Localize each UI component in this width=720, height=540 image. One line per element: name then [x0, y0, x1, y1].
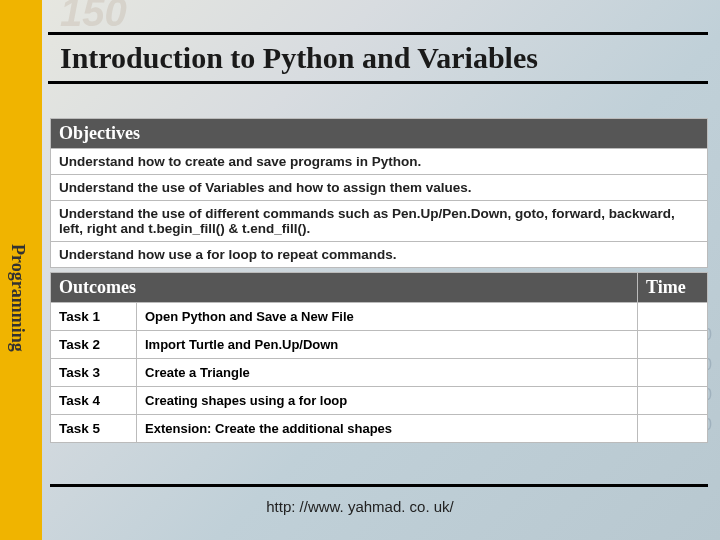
table-row: Task 2 Import Turtle and Pen.Up/Down: [51, 331, 708, 359]
footer-url: http: //www. yahmad. co. uk/: [0, 498, 720, 515]
objective-item: Understand how to create and save progra…: [51, 149, 708, 175]
objective-item: Understand the use of Variables and how …: [51, 175, 708, 201]
table-row: Task 5 Extension: Create the additional …: [51, 415, 708, 443]
task-desc: Import Turtle and Pen.Up/Down: [137, 331, 638, 359]
content: Objectives Understand how to create and …: [50, 118, 708, 443]
task-time: [638, 331, 708, 359]
title-block: Introduction to Python and Variables: [48, 32, 708, 84]
task-id: Task 4: [51, 387, 137, 415]
outcomes-header: Outcomes: [51, 273, 638, 303]
task-desc: Create a Triangle: [137, 359, 638, 387]
page-title: Introduction to Python and Variables: [48, 37, 708, 77]
objectives-header: Objectives: [51, 119, 708, 149]
objective-item: Understand how use a for loop to repeat …: [51, 242, 708, 268]
task-desc: Extension: Create the additional shapes: [137, 415, 638, 443]
bg-watermark: 150: [60, 0, 127, 35]
task-time: [638, 303, 708, 331]
task-time: [638, 387, 708, 415]
sidebar-label: Programming: [6, 244, 28, 352]
objectives-table: Objectives Understand how to create and …: [50, 118, 708, 268]
table-row: Task 3 Create a Triangle: [51, 359, 708, 387]
task-id: Task 1: [51, 303, 137, 331]
task-id: Task 5: [51, 415, 137, 443]
slide: 150 150 100 50 0 Programming Introductio…: [0, 0, 720, 540]
divider: [50, 484, 708, 487]
task-id: Task 2: [51, 331, 137, 359]
time-header: Time: [638, 273, 708, 303]
task-desc: Open Python and Save a New File: [137, 303, 638, 331]
task-id: Task 3: [51, 359, 137, 387]
task-time: [638, 415, 708, 443]
outcomes-header-row: Outcomes Time: [51, 273, 708, 303]
task-time: [638, 359, 708, 387]
outcomes-table: Outcomes Time Task 1 Open Python and Sav…: [50, 272, 708, 443]
divider: [48, 32, 708, 35]
divider: [48, 81, 708, 84]
objective-item: Understand the use of different commands…: [51, 201, 708, 242]
table-row: Task 4 Creating shapes using a for loop: [51, 387, 708, 415]
table-row: Task 1 Open Python and Save a New File: [51, 303, 708, 331]
task-desc: Creating shapes using a for loop: [137, 387, 638, 415]
sidebar-label-text: Programming: [7, 244, 28, 352]
